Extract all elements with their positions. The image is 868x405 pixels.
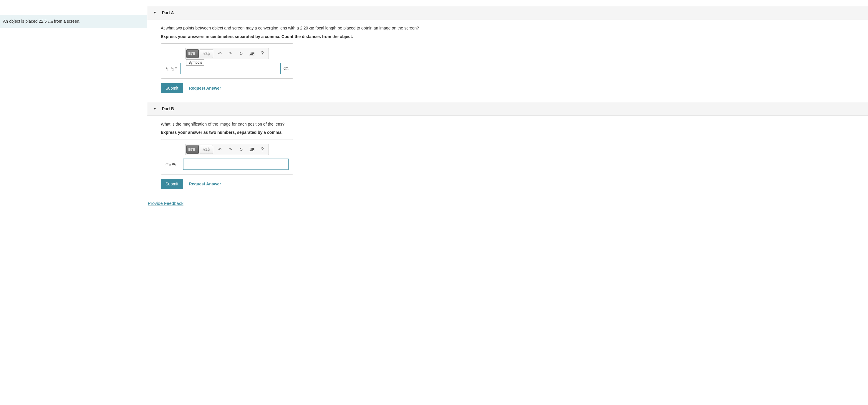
math-template-icon: x xyxy=(188,146,197,153)
problem-statement: An object is placed 22.5 cm from a scree… xyxy=(0,15,147,28)
caret-down-icon: ▼ xyxy=(153,107,157,111)
keyboard-icon xyxy=(249,148,254,151)
part-a-instruction: Express your answers in centimeters sepa… xyxy=(161,34,856,39)
keyboard-icon xyxy=(249,52,254,55)
part-b-input[interactable] xyxy=(183,158,288,170)
undo-button[interactable]: ↶ xyxy=(215,49,225,58)
part-a-header[interactable]: ▼ Part A xyxy=(147,6,868,20)
symbols-button[interactable]: ΑΣϕ xyxy=(199,145,213,154)
part-b-instruction: Express your answer as two numbers, sepa… xyxy=(161,130,856,135)
svg-rect-8 xyxy=(253,53,254,53)
problem-unit: cm xyxy=(48,19,53,24)
svg-rect-2 xyxy=(193,52,195,55)
svg-rect-21 xyxy=(251,148,252,149)
redo-button[interactable]: ↷ xyxy=(225,145,236,154)
svg-rect-11 xyxy=(251,53,252,54)
svg-rect-22 xyxy=(252,148,253,149)
part-a-submit-button[interactable]: Submit xyxy=(161,83,183,93)
svg-rect-20 xyxy=(251,148,251,149)
part-a-question-unit: cm xyxy=(309,26,314,30)
caret-down-icon: ▼ xyxy=(153,10,157,15)
right-panel: ▼ Part A At what two points between obje… xyxy=(147,0,868,405)
part-b-answer-row: m1, m2 = xyxy=(165,158,288,170)
symbols-tooltip: Symbols xyxy=(186,59,204,66)
svg-rect-23 xyxy=(253,148,254,149)
problem-text-before: An object is placed 22.5 xyxy=(3,19,48,24)
svg-rect-17 xyxy=(193,148,195,151)
redo-button[interactable]: ↷ xyxy=(225,49,236,58)
part-a-question: At what two points between object and sc… xyxy=(161,25,856,31)
svg-rect-13 xyxy=(253,53,254,54)
part-b-answer-panel: x ΑΣϕ ↶ ↷ ↻ xyxy=(161,139,293,174)
part-b-title: Part B xyxy=(162,107,174,111)
help-button[interactable]: ? xyxy=(257,49,268,58)
svg-rect-29 xyxy=(250,150,253,151)
svg-rect-9 xyxy=(250,53,250,54)
svg-rect-5 xyxy=(251,53,251,53)
equation-toolbar-a: x ΑΣϕ ↶ ↷ ↻ xyxy=(185,48,269,59)
svg-rect-19 xyxy=(250,148,250,149)
svg-rect-12 xyxy=(252,53,253,54)
part-a-request-answer-link[interactable]: Request Answer xyxy=(189,86,221,90)
svg-rect-10 xyxy=(251,53,251,54)
problem-text-after: from a screen. xyxy=(53,19,81,24)
keyboard-button[interactable] xyxy=(246,145,257,154)
part-b-header[interactable]: ▼ Part B xyxy=(147,102,868,116)
keyboard-button[interactable] xyxy=(246,49,257,58)
part-b-var-label: m1, m2 = xyxy=(165,162,180,167)
help-button[interactable]: ? xyxy=(257,145,268,154)
svg-rect-28 xyxy=(253,149,254,150)
svg-rect-14 xyxy=(250,54,253,55)
part-a-question-before: At what two points between object and sc… xyxy=(161,26,309,30)
svg-rect-24 xyxy=(250,149,250,150)
reset-button[interactable]: ↻ xyxy=(236,145,246,154)
part-b-submit-button[interactable]: Submit xyxy=(161,179,183,189)
equation-toolbar-b: x ΑΣϕ ↶ ↷ ↻ xyxy=(185,144,269,155)
part-a-title: Part A xyxy=(162,10,174,15)
part-a-actions: Submit Request Answer xyxy=(161,83,856,93)
svg-rect-0 xyxy=(189,52,190,55)
svg-rect-6 xyxy=(251,53,252,53)
part-b-question: What is the magnification of the image f… xyxy=(161,121,856,127)
part-a-question-after: focal length be placed to obtain an imag… xyxy=(314,26,419,30)
reset-button[interactable]: ↻ xyxy=(236,49,246,58)
svg-rect-25 xyxy=(251,149,251,150)
svg-rect-27 xyxy=(252,149,253,150)
part-b-body: What is the magnification of the image f… xyxy=(147,116,868,198)
part-b-request-answer-link[interactable]: Request Answer xyxy=(189,181,221,186)
undo-button[interactable]: ↶ xyxy=(215,145,225,154)
part-a-var-label: s1, s2 = xyxy=(165,66,178,71)
part-b-actions: Submit Request Answer xyxy=(161,179,856,189)
svg-rect-7 xyxy=(252,53,253,53)
svg-rect-15 xyxy=(189,148,190,151)
provide-feedback-link[interactable]: Provide Feedback xyxy=(148,201,183,206)
templates-button[interactable]: x xyxy=(186,49,199,58)
toolbar-wrap-b: x ΑΣϕ ↶ ↷ ↻ xyxy=(165,144,288,155)
part-a-answer-panel: x ΑΣϕ ↶ ↷ ↻ xyxy=(161,43,293,79)
templates-button[interactable]: x xyxy=(186,145,199,154)
part-a-unit: cm xyxy=(283,66,288,71)
svg-rect-26 xyxy=(251,149,252,150)
symbols-button[interactable]: ΑΣϕ xyxy=(199,49,213,58)
part-a-body: At what two points between object and sc… xyxy=(147,20,868,102)
svg-rect-4 xyxy=(250,53,250,53)
math-template-icon: x xyxy=(188,50,197,57)
toolbar-wrap-a: x ΑΣϕ ↶ ↷ ↻ xyxy=(165,48,288,59)
feedback-wrap: Provide Feedback xyxy=(147,198,868,212)
left-panel: An object is placed 22.5 cm from a scree… xyxy=(0,0,147,405)
part-a-answer-row: s1, s2 = cm xyxy=(165,63,288,74)
